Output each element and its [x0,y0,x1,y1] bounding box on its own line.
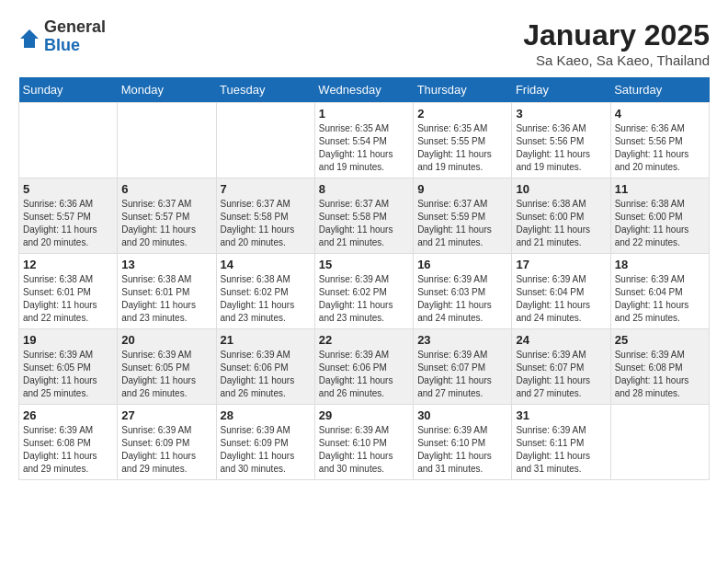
day-info: Sunrise: 6:38 AM Sunset: 6:00 PM Dayligh… [516,198,606,249]
calendar-cell [216,103,314,178]
day-number: 20 [121,333,211,347]
calendar-cell: 23Sunrise: 6:39 AM Sunset: 6:07 PM Dayli… [414,329,512,405]
calendar-cell: 25Sunrise: 6:39 AM Sunset: 6:08 PM Dayli… [610,329,709,405]
day-number: 11 [615,182,705,196]
calendar-cell: 21Sunrise: 6:39 AM Sunset: 6:06 PM Dayli… [216,329,314,405]
calendar-table: SundayMondayTuesdayWednesdayThursdayFrid… [18,77,710,480]
day-number: 10 [516,182,606,196]
calendar-week-row: 1Sunrise: 6:35 AM Sunset: 5:54 PM Daylig… [19,103,710,178]
day-number: 18 [615,258,705,271]
day-info: Sunrise: 6:37 AM Sunset: 5:57 PM Dayligh… [121,198,211,249]
day-info: Sunrise: 6:38 AM Sunset: 6:00 PM Dayligh… [615,198,705,249]
day-number: 30 [417,408,507,422]
logo-blue-text: Blue [44,37,106,55]
calendar-cell: 31Sunrise: 6:39 AM Sunset: 6:11 PM Dayli… [512,405,610,480]
day-info: Sunrise: 6:39 AM Sunset: 6:11 PM Dayligh… [516,424,606,476]
calendar-cell: 28Sunrise: 6:39 AM Sunset: 6:09 PM Dayli… [216,405,314,480]
day-info: Sunrise: 6:39 AM Sunset: 6:10 PM Dayligh… [417,424,507,476]
calendar-cell: 26Sunrise: 6:39 AM Sunset: 6:08 PM Dayli… [19,405,118,480]
month-title: January 2025 [523,18,710,52]
day-number: 21 [221,333,311,347]
calendar-cell: 22Sunrise: 6:39 AM Sunset: 6:06 PM Dayli… [314,329,413,405]
day-number: 27 [121,408,211,422]
day-info: Sunrise: 6:39 AM Sunset: 6:04 PM Dayligh… [516,273,606,325]
day-info: Sunrise: 6:36 AM Sunset: 5:56 PM Dayligh… [516,122,606,174]
day-number: 19 [23,333,113,347]
day-info: Sunrise: 6:35 AM Sunset: 5:54 PM Dayligh… [319,122,409,174]
calendar-week-row: 19Sunrise: 6:39 AM Sunset: 6:05 PM Dayli… [19,329,710,405]
calendar-cell: 13Sunrise: 6:38 AM Sunset: 6:01 PM Dayli… [118,254,216,329]
weekday-header: Tuesday [216,77,314,103]
day-info: Sunrise: 6:39 AM Sunset: 6:03 PM Dayligh… [417,273,507,325]
weekday-header: Thursday [414,77,512,103]
calendar-cell: 1Sunrise: 6:35 AM Sunset: 5:54 PM Daylig… [314,103,413,178]
weekday-header: Sunday [19,77,118,103]
day-info: Sunrise: 6:39 AM Sunset: 6:08 PM Dayligh… [615,349,705,400]
day-number: 31 [516,408,606,422]
calendar-cell: 29Sunrise: 6:39 AM Sunset: 6:10 PM Dayli… [314,405,413,480]
calendar-cell: 7Sunrise: 6:37 AM Sunset: 5:58 PM Daylig… [216,178,314,254]
day-number: 4 [615,107,705,121]
day-info: Sunrise: 6:39 AM Sunset: 6:09 PM Dayligh… [221,424,311,476]
day-info: Sunrise: 6:37 AM Sunset: 5:58 PM Dayligh… [221,198,311,249]
day-number: 9 [417,182,507,196]
logo: General Blue [18,18,106,55]
day-info: Sunrise: 6:37 AM Sunset: 5:59 PM Dayligh… [417,198,507,249]
calendar-cell: 24Sunrise: 6:39 AM Sunset: 6:07 PM Dayli… [512,329,610,405]
day-info: Sunrise: 6:39 AM Sunset: 6:09 PM Dayligh… [121,424,211,476]
calendar-week-row: 26Sunrise: 6:39 AM Sunset: 6:08 PM Dayli… [19,405,710,480]
day-info: Sunrise: 6:36 AM Sunset: 5:56 PM Dayligh… [615,122,705,174]
calendar-header-row: SundayMondayTuesdayWednesdayThursdayFrid… [19,77,710,103]
day-info: Sunrise: 6:39 AM Sunset: 6:07 PM Dayligh… [516,349,606,400]
logo-text: General Blue [44,18,106,55]
calendar-cell: 20Sunrise: 6:39 AM Sunset: 6:05 PM Dayli… [118,329,216,405]
day-info: Sunrise: 6:38 AM Sunset: 6:02 PM Dayligh… [221,273,311,325]
calendar-cell: 9Sunrise: 6:37 AM Sunset: 5:59 PM Daylig… [414,178,512,254]
day-number: 22 [319,333,409,347]
calendar-cell: 10Sunrise: 6:38 AM Sunset: 6:00 PM Dayli… [512,178,610,254]
day-number: 1 [319,107,409,121]
calendar-cell: 2Sunrise: 6:35 AM Sunset: 5:55 PM Daylig… [414,103,512,178]
calendar-cell [19,103,118,178]
day-number: 15 [319,258,409,271]
weekday-header: Monday [118,77,216,103]
calendar-cell: 12Sunrise: 6:38 AM Sunset: 6:01 PM Dayli… [19,254,118,329]
calendar-cell: 4Sunrise: 6:36 AM Sunset: 5:56 PM Daylig… [610,103,709,178]
day-info: Sunrise: 6:39 AM Sunset: 6:04 PM Dayligh… [615,273,705,325]
calendar-week-row: 12Sunrise: 6:38 AM Sunset: 6:01 PM Dayli… [19,254,710,329]
day-info: Sunrise: 6:39 AM Sunset: 6:05 PM Dayligh… [23,349,113,400]
logo-general-text: General [44,18,106,37]
day-info: Sunrise: 6:38 AM Sunset: 6:01 PM Dayligh… [121,273,211,325]
day-number: 28 [221,408,311,422]
day-info: Sunrise: 6:39 AM Sunset: 6:06 PM Dayligh… [221,349,311,400]
day-number: 17 [516,258,606,271]
calendar-cell: 17Sunrise: 6:39 AM Sunset: 6:04 PM Dayli… [512,254,610,329]
calendar-cell: 14Sunrise: 6:38 AM Sunset: 6:02 PM Dayli… [216,254,314,329]
calendar-cell: 6Sunrise: 6:37 AM Sunset: 5:57 PM Daylig… [118,178,216,254]
weekday-header: Wednesday [314,77,413,103]
location: Sa Kaeo, Sa Kaeo, Thailand [523,52,710,68]
calendar-cell: 8Sunrise: 6:37 AM Sunset: 5:58 PM Daylig… [314,178,413,254]
day-number: 3 [516,107,606,121]
calendar-cell: 16Sunrise: 6:39 AM Sunset: 6:03 PM Dayli… [414,254,512,329]
day-info: Sunrise: 6:36 AM Sunset: 5:57 PM Dayligh… [23,198,113,249]
calendar-cell: 3Sunrise: 6:36 AM Sunset: 5:56 PM Daylig… [512,103,610,178]
day-number: 6 [121,182,211,196]
weekday-header: Friday [512,77,610,103]
day-info: Sunrise: 6:38 AM Sunset: 6:01 PM Dayligh… [23,273,113,325]
day-info: Sunrise: 6:39 AM Sunset: 6:02 PM Dayligh… [319,273,409,325]
day-number: 5 [23,182,113,196]
day-info: Sunrise: 6:39 AM Sunset: 6:07 PM Dayligh… [417,349,507,400]
calendar-cell: 19Sunrise: 6:39 AM Sunset: 6:05 PM Dayli… [19,329,118,405]
day-number: 23 [417,333,507,347]
day-number: 13 [121,258,211,271]
day-number: 12 [23,258,113,271]
day-number: 16 [417,258,507,271]
day-info: Sunrise: 6:37 AM Sunset: 5:58 PM Dayligh… [319,198,409,249]
calendar-cell [610,405,709,480]
logo-icon [18,28,40,50]
calendar-cell: 27Sunrise: 6:39 AM Sunset: 6:09 PM Dayli… [118,405,216,480]
day-number: 8 [319,182,409,196]
calendar-cell [118,103,216,178]
day-number: 2 [417,107,507,121]
